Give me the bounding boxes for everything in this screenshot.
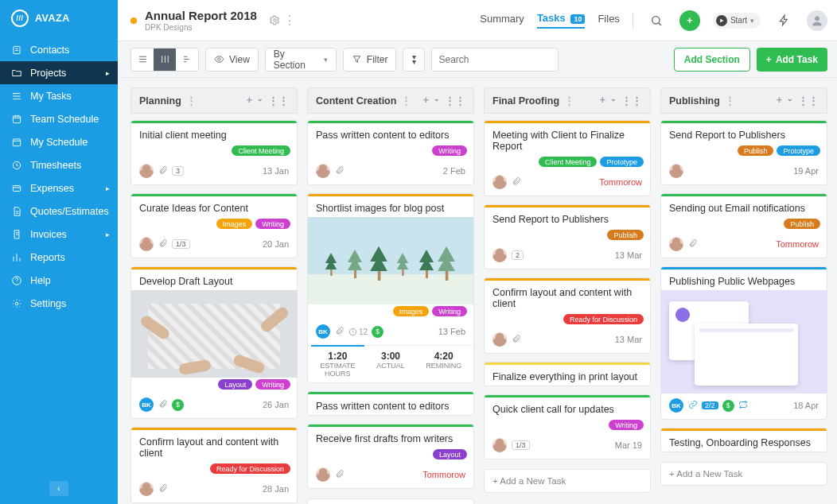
- tab-summary[interactable]: Summary: [480, 13, 524, 28]
- svg-point-10: [218, 58, 220, 60]
- card-title: Pass written content to editors: [308, 123, 473, 144]
- assignee-avatar: [316, 467, 330, 482]
- add-task-button[interactable]: + Add Task: [757, 48, 827, 72]
- tag: Writing: [609, 420, 644, 430]
- task-card[interactable]: Meeting with Client to Finalize ReportCl…: [484, 120, 651, 196]
- task-card[interactable]: Send Report to PublishersPublish213 Mar: [484, 204, 651, 269]
- task-card[interactable]: Finalize everything in print layout: [484, 362, 651, 386]
- nav-my-schedule[interactable]: My Schedule: [0, 130, 118, 153]
- task-card[interactable]: Publishing Public Webpages BK2/2$18 Apr: [660, 266, 827, 420]
- user-avatar[interactable]: [807, 10, 827, 31]
- column-header[interactable]: Planning ⋮ + ⌄ ⋮⋮: [130, 87, 298, 114]
- column-drag-icon[interactable]: ⋮⋮: [268, 95, 289, 107]
- column-collapse-icon[interactable]: ⌄: [434, 95, 440, 107]
- subtask-count: 2: [512, 250, 524, 260]
- task-card[interactable]: Receive first drafts from writersLayoutT…: [307, 424, 474, 489]
- brand-logo[interactable]: /// AVAZA: [0, 0, 118, 38]
- project-menu-icon[interactable]: ⋮: [283, 13, 296, 28]
- card-date: Tommorow: [422, 470, 465, 479]
- view-board-icon[interactable]: [154, 48, 176, 71]
- nav-expenses[interactable]: Expenses ▸: [0, 176, 118, 200]
- column-add-icon[interactable]: +: [600, 95, 605, 107]
- view-gantt-icon[interactable]: [176, 48, 198, 71]
- more-toolbar-button[interactable]: ▾▾: [403, 48, 425, 72]
- view-list-icon[interactable]: [131, 48, 154, 71]
- column-add-icon[interactable]: +: [247, 95, 252, 107]
- task-card[interactable]: Confirm layout and content with clientRe…: [484, 277, 651, 354]
- group-by-select[interactable]: By Section ▾: [265, 48, 337, 72]
- link-icon: [688, 400, 698, 412]
- column-header[interactable]: Content Creation ⋮ + ⌄ ⋮⋮: [307, 87, 474, 114]
- card-title: Finalize everything in print layout: [485, 365, 650, 386]
- card-title: Publishing Public Webpages: [661, 269, 827, 290]
- add-task-row[interactable]: + Add a New Task: [307, 498, 474, 504]
- column-collapse-icon[interactable]: ⌄: [257, 95, 263, 107]
- column-header[interactable]: Publishing ⋮ + ⌄ ⋮⋮: [660, 87, 827, 114]
- column-drag-icon[interactable]: ⋮⋮: [798, 95, 819, 107]
- column-add-icon[interactable]: +: [777, 95, 782, 107]
- column-add-icon[interactable]: +: [423, 95, 429, 107]
- nav-settings[interactable]: Settings: [0, 292, 118, 315]
- task-card[interactable]: Curate Ideas for ContentImagesWriting1/3…: [130, 193, 298, 258]
- column-menu-icon[interactable]: ⋮: [564, 95, 574, 107]
- timer-start-button[interactable]: Start ▾: [713, 13, 761, 29]
- filter-button[interactable]: Filter: [343, 48, 397, 72]
- card-footer: 1/320 Jan: [131, 232, 297, 258]
- nav-label: My Tasks: [30, 91, 72, 102]
- sidebar: /// AVAZA Contacts Projects ▸ My Tasks T…: [0, 0, 118, 504]
- nav-reports[interactable]: Reports: [0, 246, 118, 269]
- card-footer: 1/3Mar 19: [485, 433, 650, 459]
- card-tags: LayoutWriting: [131, 378, 297, 393]
- chevron-right-icon: ▸: [106, 184, 110, 192]
- column-drag-icon[interactable]: ⋮⋮: [445, 95, 465, 107]
- paperclip-icon: [158, 165, 168, 177]
- column-header[interactable]: Final Proofing ⋮ + ⌄ ⋮⋮: [484, 87, 651, 114]
- project-settings-icon[interactable]: ⋮: [270, 13, 296, 28]
- nav-contacts[interactable]: Contacts: [0, 38, 118, 61]
- add-task-row[interactable]: + Add a New Task: [660, 462, 827, 486]
- add-section-button[interactable]: Add Section: [674, 48, 750, 72]
- column-drag-icon[interactable]: ⋮⋮: [621, 95, 642, 107]
- task-card[interactable]: Quick client call for updatesWriting1/3M…: [484, 394, 651, 459]
- task-card[interactable]: Pass written content to editorsWriting2 …: [307, 120, 474, 185]
- nav-team-schedule[interactable]: Team Schedule: [0, 107, 118, 130]
- task-card[interactable]: Confirm layout and content with clientRe…: [130, 427, 298, 503]
- task-card[interactable]: Send Report to PublishersPublishPrototyp…: [660, 120, 827, 185]
- search-input[interactable]: [438, 54, 558, 65]
- task-card[interactable]: Pass written content to editors: [307, 391, 474, 416]
- task-card[interactable]: Testing, Onboarding Responses: [660, 428, 827, 452]
- nav-projects[interactable]: Projects ▸: [0, 61, 118, 84]
- brand-name: AVAZA: [35, 13, 70, 24]
- assignee-avatar: [492, 248, 507, 262]
- tab-files[interactable]: Files: [598, 13, 619, 28]
- project-subtitle: DPK Designs: [145, 23, 257, 32]
- add-task-row[interactable]: + Add a New Task: [484, 469, 651, 493]
- sidebar-collapse[interactable]: ‹: [0, 473, 118, 504]
- nav-timesheets[interactable]: Timesheets: [0, 153, 118, 176]
- view-button[interactable]: View: [205, 48, 259, 72]
- card-date: 13 Feb: [438, 327, 465, 336]
- nav-help[interactable]: Help: [0, 269, 118, 292]
- nav-label: Team Schedule: [30, 114, 99, 125]
- column-menu-icon[interactable]: ⋮: [725, 95, 735, 107]
- task-card[interactable]: Sending out Email notificationsPublishTo…: [660, 193, 827, 258]
- nav-invoices[interactable]: Invoices ▸: [0, 223, 118, 246]
- bolt-icon[interactable]: [773, 10, 794, 31]
- nav-my-tasks[interactable]: My Tasks: [0, 84, 118, 107]
- task-card[interactable]: Shortlist images for blog post ImagesWri…: [307, 193, 474, 383]
- tab-tasks[interactable]: Tasks 10: [537, 12, 586, 29]
- column-menu-icon[interactable]: ⋮: [186, 95, 197, 107]
- global-add-button[interactable]: +: [679, 10, 700, 31]
- column-title: Final Proofing: [492, 95, 559, 107]
- column-collapse-icon[interactable]: ⌄: [610, 95, 617, 107]
- task-card[interactable]: Initial client meetingClient Meeting313 …: [130, 120, 298, 185]
- task-card[interactable]: Develop Draft Layout LayoutWritingBK$26 …: [130, 266, 298, 419]
- column-title: Planning: [139, 95, 181, 107]
- nav-label: Projects: [30, 68, 66, 79]
- column-menu-icon[interactable]: ⋮: [401, 95, 411, 107]
- tag: Writing: [255, 379, 290, 390]
- nav-quotes-estimates[interactable]: Quotes/Estimates: [0, 200, 118, 223]
- search-icon[interactable]: [646, 10, 667, 31]
- card-date: 13 Jan: [263, 166, 289, 176]
- column-collapse-icon[interactable]: ⌄: [787, 95, 793, 107]
